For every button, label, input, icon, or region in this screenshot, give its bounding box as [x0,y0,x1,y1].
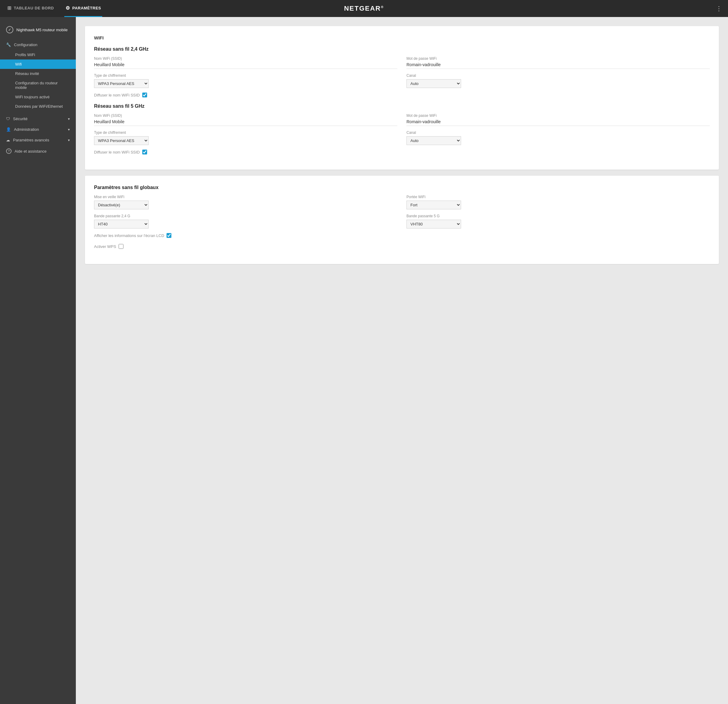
band-24-encryption-group: Type de chiffrement WPA3 Personal AES WP… [94,74,397,88]
sidebar-device: ✓ Nighthawk M5 routeur mobile [0,23,76,39]
global-sleep-group: Mise en veille WiFi Désactivé(e) 5 minut… [94,195,397,210]
global-range-label: Portée WiFi [406,195,710,199]
grid-icon: ⊞ [7,5,12,11]
device-check-icon: ✓ [6,26,13,33]
band-24-password-group: Mot de passe WiFi Romain-vadrouille [406,56,710,69]
wifi-card-title: WIFI [94,35,710,40]
band-5-broadcast-row: Diffuser le nom WiFi SSID [94,150,710,155]
sidebar-section-aide[interactable]: ? Aide et assistance [0,145,76,157]
sidebar-item-reseau-invite[interactable]: Réseau invité [0,69,76,78]
band-5-password-label: Mot de passe WiFi [406,113,710,118]
global-lcd-row: Afficher les informations sur l'écran LC… [94,233,710,238]
band-24-ssid-label: Nom WiFi (SSID) [94,56,397,61]
band-5-password-group: Mot de passe WiFi Romain-vadrouille [406,113,710,126]
band-5-crypto-row: Type de chiffrement WPA3 Personal AES WP… [94,130,710,145]
sidebar-section-configuration[interactable]: 🔧 Configuration [0,39,76,50]
band-24-title: Réseau sans fil 2,4 GHz [94,46,710,52]
sidebar: ✓ Nighthawk M5 routeur mobile 🔧 Configur… [0,17,76,704]
wrench-icon: 🔧 [6,42,11,47]
global-range-select[interactable]: Fort Moyen Faible [406,201,461,210]
global-bw24-group: Bande passante 2,4 G HT40 HT20 Auto [94,214,397,228]
global-wps-label: Activer WPS [94,244,116,249]
more-options-button[interactable]: ⋮ [716,5,722,12]
nav-parametres[interactable]: ⚙ PARAMÈTRES [64,0,103,17]
chevron-down-icon-admin: ▾ [68,127,70,132]
band-24-broadcast-checkbox[interactable] [142,93,147,97]
global-range-group: Portée WiFi Fort Moyen Faible [406,195,710,210]
global-bw5-label: Bande passante 5 G [406,214,710,218]
band-24-channel-select[interactable]: Auto 1 6 11 [406,79,461,88]
band-5-broadcast-checkbox[interactable] [142,150,147,155]
sidebar-item-profils-wifi[interactable]: Profils WiFi [0,50,76,59]
band-5-encryption-group: Type de chiffrement WPA3 Personal AES WP… [94,130,397,145]
global-bw5-select[interactable]: VHT80 VHT40 VHT20 [406,220,461,228]
shield-icon: 🛡 [6,117,10,121]
band-24-channel-group: Canal Auto 1 6 11 [406,74,710,88]
global-sleep-range-row: Mise en veille WiFi Désactivé(e) 5 minut… [94,195,710,210]
sidebar-section-parametres-avances[interactable]: ☁ Paramètres avancés ▾ [0,135,76,145]
band-5-channel-label: Canal [406,130,710,135]
band-24-password-label: Mot de passe WiFi [406,56,710,61]
band-24-encryption-select[interactable]: WPA3 Personal AES WPA2 Personal AES WPA/… [94,79,149,88]
band-5-broadcast-label: Diffuser le nom WiFi SSID [94,150,140,155]
band-5-ssid-label: Nom WiFi (SSID) [94,113,397,118]
global-lcd-label: Afficher les informations sur l'écran LC… [94,233,164,238]
chevron-down-icon-adv: ▾ [68,138,70,142]
sidebar-item-wifi-toujours[interactable]: WiFi toujours activé [0,92,76,102]
band-5-password-value: Romain-vadrouille [406,119,710,126]
band-5-encryption-label: Type de chiffrement [94,130,397,135]
band-24-broadcast-label: Diffuser le nom WiFi SSID [94,93,140,97]
main-layout: ✓ Nighthawk M5 routeur mobile 🔧 Configur… [0,17,728,704]
band-24-encryption-label: Type de chiffrement [94,74,397,78]
band-5-channel-group: Canal Auto 36 40 [406,130,710,145]
band-5-title: Réseau sans fil 5 GHz [94,104,710,109]
chevron-down-icon: ▾ [68,117,70,121]
topnav: ⊞ TABLEAU DE BORD ⚙ PARAMÈTRES NETGEAR® … [0,0,728,17]
band-24-section: Réseau sans fil 2,4 GHz Nom WiFi (SSID) … [94,46,710,97]
sidebar-section-securite[interactable]: 🛡 Sécurité ▾ [0,113,76,124]
band-24-broadcast-row: Diffuser le nom WiFi SSID [94,93,710,97]
band-24-channel-label: Canal [406,74,710,78]
sidebar-item-donnees-wifi[interactable]: Données par WiFi/Ethernet [0,102,76,111]
band-5-channel-select[interactable]: Auto 36 40 [406,136,461,145]
sidebar-item-config-routeur[interactable]: Configuration du routeur mobile [0,78,76,92]
global-sleep-label: Mise en veille WiFi [94,195,397,199]
global-wps-checkbox[interactable] [118,244,123,249]
global-bandwidth-row: Bande passante 2,4 G HT40 HT20 Auto Band… [94,214,710,228]
wifi-card: WIFI Réseau sans fil 2,4 GHz Nom WiFi (S… [85,26,719,170]
band-24-crypto-row: Type de chiffrement WPA3 Personal AES WP… [94,74,710,88]
global-section-title: Paramètres sans fil globaux [94,185,710,190]
band-24-ssid-row: Nom WiFi (SSID) Heuillard Mobile Mot de … [94,56,710,69]
nav-tableau-label: TABLEAU DE BORD [14,6,54,10]
band-24-ssid-group: Nom WiFi (SSID) Heuillard Mobile [94,56,397,69]
person-icon: 👤 [6,127,11,132]
gear-icon: ⚙ [65,5,70,11]
band-24-ssid-value: Heuillard Mobile [94,62,397,69]
cloud-icon: ☁ [6,138,10,142]
question-icon: ? [6,148,12,154]
band-5-ssid-row: Nom WiFi (SSID) Heuillard Mobile Mot de … [94,113,710,126]
global-bw24-label: Bande passante 2,4 G [94,214,397,218]
topnav-left: ⊞ TABLEAU DE BORD ⚙ PARAMÈTRES [6,0,102,17]
sidebar-item-wifi[interactable]: Wifi [0,59,76,69]
nav-parametres-label: PARAMÈTRES [72,6,101,10]
band-5-ssid-value: Heuillard Mobile [94,119,397,126]
main-content: WIFI Réseau sans fil 2,4 GHz Nom WiFi (S… [76,17,728,704]
global-lcd-checkbox[interactable] [166,233,171,238]
global-sleep-select[interactable]: Désactivé(e) 5 minutes 10 minutes 15 min… [94,201,149,210]
global-wps-row: Activer WPS [94,244,710,249]
global-card: Paramètres sans fil globaux Mise en veil… [85,176,719,264]
global-bw24-select[interactable]: HT40 HT20 Auto [94,220,149,228]
band-5-ssid-group: Nom WiFi (SSID) Heuillard Mobile [94,113,397,126]
global-bw5-group: Bande passante 5 G VHT80 VHT40 VHT20 [406,214,710,228]
sidebar-section-administration[interactable]: 👤 Administration ▾ [0,124,76,135]
nav-tableau-de-bord[interactable]: ⊞ TABLEAU DE BORD [6,0,55,17]
band-24-password-value: Romain-vadrouille [406,62,710,69]
band-5-encryption-select[interactable]: WPA3 Personal AES WPA2 Personal AES [94,136,149,145]
band-5-section: Réseau sans fil 5 GHz Nom WiFi (SSID) He… [94,104,710,155]
brand-logo: NETGEAR® [344,4,384,12]
